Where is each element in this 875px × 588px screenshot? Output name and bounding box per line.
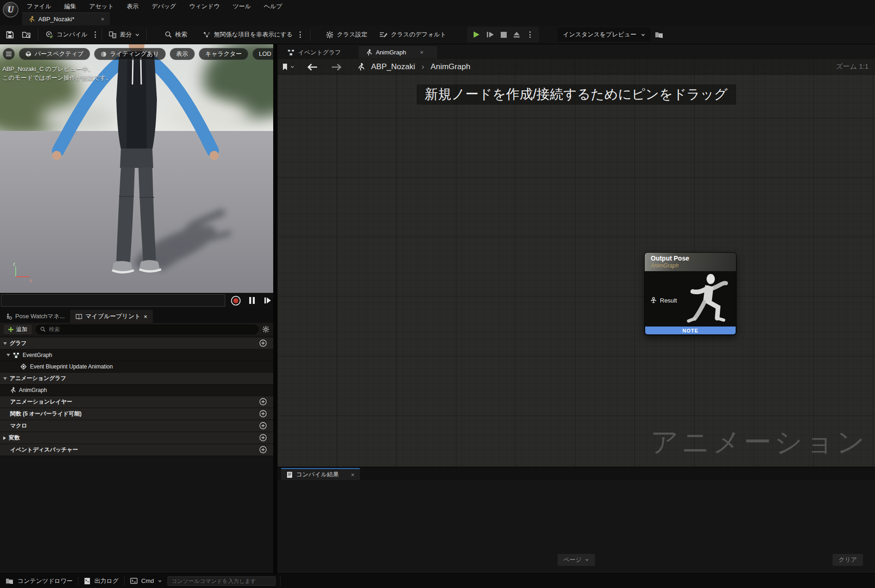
- eject-icon[interactable]: [513, 31, 520, 38]
- hide-unrelated-button[interactable]: 無関係な項目を非表示にする: [199, 28, 297, 42]
- section-macros[interactable]: マクロ: [0, 420, 273, 432]
- event-graph-tab-label: イベントグラフ: [298, 48, 341, 57]
- console-command-input[interactable]: [168, 576, 276, 586]
- tab-animgraph[interactable]: AnimGraph ×: [359, 46, 437, 59]
- clear-button[interactable]: クリア: [833, 554, 863, 566]
- tab-my-blueprint[interactable]: マイブループリント ×: [70, 310, 153, 323]
- compile-button[interactable]: コンパイル: [41, 28, 92, 42]
- forward-arrow-icon[interactable]: [331, 64, 342, 71]
- pose-pin-icon: [650, 297, 657, 304]
- close-icon[interactable]: ×: [351, 471, 355, 478]
- chevron-right-icon[interactable]: [3, 436, 6, 440]
- menu-asset[interactable]: アセット: [89, 2, 114, 11]
- show-dropdown[interactable]: 表示: [170, 48, 195, 60]
- pause-button[interactable]: [246, 295, 258, 306]
- browse-instance-icon[interactable]: [651, 28, 668, 42]
- status-bar: コンテンツドロワー 出力ログ Cmd: [0, 573, 875, 588]
- cmd-dropdown[interactable]: Cmd: [125, 574, 167, 588]
- section-event-dispatchers[interactable]: イベントディスパッチャー: [0, 444, 273, 456]
- add-function-icon[interactable]: [259, 410, 267, 417]
- section-animation-graphs[interactable]: アニメーショングラフ: [0, 373, 273, 385]
- save-button[interactable]: [2, 28, 18, 42]
- vertical-splitter[interactable]: [273, 44, 277, 573]
- menu-edit[interactable]: 編集: [64, 2, 76, 11]
- breadcrumb-current[interactable]: AnimGraph: [431, 62, 470, 71]
- page-dropdown-label: ページ: [563, 556, 582, 564]
- menu-file[interactable]: ファイル: [27, 2, 51, 11]
- menu-help[interactable]: ヘルプ: [264, 2, 282, 11]
- output-pose-node[interactable]: Output Pose AnimGraph: [644, 252, 737, 335]
- add-event-dispatcher-icon[interactable]: [259, 446, 267, 453]
- section-functions[interactable]: 関数 (5 オーバーライド可能): [0, 408, 273, 420]
- tab-event-graph[interactable]: イベントグラフ: [281, 46, 348, 59]
- toolbar-separator: [310, 29, 311, 41]
- chevron-down-icon[interactable]: [3, 377, 7, 380]
- back-arrow-icon[interactable]: [307, 64, 318, 71]
- add-graph-icon[interactable]: [259, 339, 267, 347]
- main-toolbar: コンパイル 差分 検索 無関係な項目を非表示にする クラス設定 クラスのデフォル…: [0, 25, 875, 44]
- list-item-animgraph[interactable]: AnimGraph: [0, 385, 273, 396]
- tab-pose-watch-manager[interactable]: Pose Watchマネ...: [0, 310, 70, 323]
- list-item-eventgraph[interactable]: EventGraph: [0, 350, 273, 361]
- section-animation-layers[interactable]: アニメーションレイヤー: [0, 396, 273, 408]
- perspective-dropdown[interactable]: パースペクティブ: [19, 48, 90, 60]
- stop-icon[interactable]: [501, 32, 507, 38]
- content-drawer-button[interactable]: コンテンツドロワー: [0, 574, 78, 588]
- lit-mode-dropdown[interactable]: ライティングあり: [94, 48, 165, 60]
- add-macro-icon[interactable]: [259, 422, 267, 429]
- hide-unrelated-kebab-icon[interactable]: [297, 31, 304, 38]
- class-settings-button[interactable]: クラス設定: [322, 28, 372, 42]
- step-forward-button[interactable]: [262, 295, 273, 306]
- chevron-down-icon[interactable]: [3, 342, 7, 345]
- menu-view[interactable]: 表示: [126, 2, 138, 11]
- character-dropdown[interactable]: キャラクター: [199, 48, 249, 60]
- play-icon[interactable]: [473, 31, 480, 38]
- menu-bar: U ファイル 編集 アセット 表示 デバッグ ウィンドウ ツール ヘルプ: [0, 0, 875, 12]
- frame-skip-icon[interactable]: [486, 31, 494, 38]
- asset-tab-abp-nozaki[interactable]: ABP_Nozaki* ×: [22, 12, 110, 25]
- class-defaults-button[interactable]: クラスのデフォルト: [375, 28, 450, 42]
- output-log-button[interactable]: 出力ログ: [78, 574, 124, 588]
- preview-viewport[interactable]: パースペクティブ ライティングあり 表示 キャラクター LOD オート x1: [0, 44, 273, 293]
- graph-canvas[interactable]: ABP_Nozaki › AnimGraph ズーム 1:1 新規ノードを作成/…: [277, 59, 875, 467]
- menu-debug[interactable]: デバッグ: [151, 2, 176, 11]
- close-icon[interactable]: ×: [144, 313, 147, 320]
- output-log-label: 出力ログ: [94, 577, 119, 585]
- section-graphs[interactable]: グラフ: [0, 338, 273, 350]
- find-button[interactable]: 検索: [161, 28, 192, 42]
- panel-settings-gear-icon[interactable]: [262, 326, 270, 333]
- list-item-event-update-animation[interactable]: Event Blueprint Update Animation: [0, 361, 273, 373]
- record-button[interactable]: [230, 295, 241, 306]
- timeline-scrubber[interactable]: [1, 294, 225, 307]
- chevron-down-icon[interactable]: [6, 354, 10, 356]
- zoom-level-label: ズーム 1:1: [836, 62, 869, 71]
- search-icon: [40, 327, 46, 332]
- section-variables[interactable]: 変数: [0, 432, 273, 444]
- search-box[interactable]: [36, 325, 258, 334]
- close-icon[interactable]: ×: [101, 16, 104, 23]
- menu-tools[interactable]: ツール: [233, 2, 251, 11]
- menu-window[interactable]: ウィンドウ: [189, 2, 220, 11]
- breadcrumb-root[interactable]: ABP_Nozaki: [371, 62, 415, 71]
- lod-dropdown[interactable]: LOD オート: [252, 48, 273, 60]
- compile-options-kebab-icon[interactable]: [92, 31, 99, 38]
- preview-instance-dropdown[interactable]: インスタンスをプレビュー: [557, 28, 651, 42]
- toolbar-separator: [146, 29, 147, 41]
- result-pin[interactable]: Result: [650, 297, 677, 304]
- search-input[interactable]: [49, 326, 254, 333]
- playback-kebab-icon[interactable]: [527, 31, 533, 38]
- browse-asset-button[interactable]: [18, 28, 35, 42]
- add-button[interactable]: 追加: [4, 325, 32, 334]
- my-blueprint-toolbar: 追加: [0, 323, 273, 336]
- bookmark-dropdown[interactable]: [282, 63, 294, 71]
- unreal-logo-icon[interactable]: U: [3, 2, 18, 18]
- class-settings-label: クラス設定: [337, 30, 367, 39]
- tab-compile-results[interactable]: コンパイル結果 ×: [281, 468, 360, 480]
- viewport-menu-icon[interactable]: [3, 48, 15, 60]
- lit-mode-label: ライティングあり: [110, 50, 159, 58]
- diff-button[interactable]: 差分: [105, 28, 144, 42]
- close-icon[interactable]: ×: [420, 49, 424, 56]
- add-animation-layer-icon[interactable]: [259, 398, 267, 405]
- page-dropdown[interactable]: ページ: [557, 554, 595, 566]
- add-variable-icon[interactable]: [259, 434, 267, 441]
